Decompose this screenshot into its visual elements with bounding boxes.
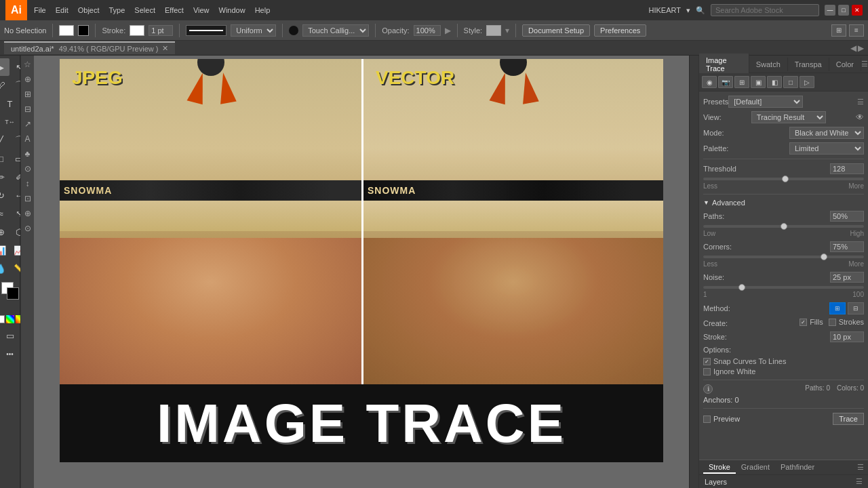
outline-icon[interactable]: □ xyxy=(783,76,798,88)
fills-checkbox[interactable]: ✓ xyxy=(800,319,807,326)
active-document-tab[interactable]: untitled2a.ai* 49.41% ( RGB/GPU Preview … xyxy=(4,41,175,54)
menu-object[interactable]: Object xyxy=(78,6,100,14)
stroke-width-input[interactable] xyxy=(830,331,864,342)
panel-icon-8[interactable]: ⊙ xyxy=(22,163,34,175)
panel-options-btn[interactable]: ☰ xyxy=(857,463,864,472)
menu-effect[interactable]: Effect xyxy=(165,6,184,14)
tab-gradient[interactable]: Gradient xyxy=(736,462,775,474)
close-tab-icon[interactable]: ✕ xyxy=(162,44,168,53)
mode-select[interactable]: Black and White xyxy=(789,127,864,139)
panel-options-icon[interactable]: ☰ xyxy=(861,60,868,68)
stroke-swatch[interactable] xyxy=(78,25,89,36)
type-tool[interactable]: T xyxy=(1,95,19,113)
info-icon[interactable]: ℹ xyxy=(703,384,713,394)
stock-search-input[interactable] xyxy=(711,4,819,16)
document-setup-button[interactable]: Document Setup xyxy=(522,24,590,37)
canvas-vertical-scrollbar[interactable] xyxy=(689,56,698,488)
paths-track[interactable] xyxy=(703,225,864,228)
advanced-section[interactable]: ▼ Advanced xyxy=(703,199,864,207)
stroke-width-input[interactable] xyxy=(149,25,173,36)
stroke-type-dropdown[interactable]: Uniform xyxy=(231,24,276,37)
fill-swatch[interactable] xyxy=(59,25,74,36)
maximize-button[interactable]: □ xyxy=(838,5,849,16)
layers-tab[interactable]: Layers xyxy=(705,478,727,486)
stroke-type-selector[interactable] xyxy=(186,25,226,36)
corners-thumb[interactable] xyxy=(821,253,827,260)
more-tools[interactable]: ••• xyxy=(1,345,19,363)
close-button[interactable]: ✕ xyxy=(852,5,863,16)
rectangle-tool[interactable]: □ xyxy=(0,150,9,167)
menu-window[interactable]: Window xyxy=(219,6,245,14)
menu-edit[interactable]: Edit xyxy=(56,6,68,14)
warp-tool[interactable]: ≈ xyxy=(0,205,9,222)
threshold-input[interactable] xyxy=(830,163,864,174)
column-graph-tool[interactable]: 📊 xyxy=(0,241,9,259)
tab-stroke[interactable]: Stroke xyxy=(703,462,736,474)
method-btn-1[interactable]: ⊞ xyxy=(829,302,846,314)
panel-icon-10[interactable]: ⊡ xyxy=(22,192,34,205)
noise-input[interactable] xyxy=(830,272,864,283)
panel-icon-9[interactable]: ↕ xyxy=(22,178,34,190)
shape-builder-tool[interactable]: ⊕ xyxy=(0,223,9,241)
menu-select[interactable]: Select xyxy=(134,6,155,14)
presets-select[interactable]: [Default] xyxy=(728,96,803,108)
menu-help[interactable]: Help xyxy=(255,6,271,14)
high-color-icon[interactable]: 📷 xyxy=(718,76,733,88)
snap-curves-checkbox[interactable]: ✓ xyxy=(703,358,711,365)
artboard-tool[interactable]: ▭ xyxy=(1,327,19,344)
method-btn-2[interactable]: ⊟ xyxy=(848,302,864,314)
minimize-button[interactable]: — xyxy=(825,5,835,16)
noise-thumb[interactable] xyxy=(738,284,745,291)
touch-type-tool[interactable]: T↔ xyxy=(1,113,19,131)
panel-icon-12[interactable]: ⊙ xyxy=(22,222,34,235)
threshold-thumb[interactable] xyxy=(782,176,789,182)
preferences-button[interactable]: Preferences xyxy=(594,24,646,37)
noise-track[interactable] xyxy=(703,286,864,289)
technical-drawing-icon[interactable]: ▷ xyxy=(800,76,814,88)
tab-image-trace[interactable]: Image Trace xyxy=(699,54,749,75)
low-color-icon[interactable]: ⊞ xyxy=(734,76,749,88)
view-select[interactable]: Tracing Result xyxy=(751,111,826,123)
tab-swatch[interactable]: Swatch xyxy=(749,58,788,71)
color-icon[interactable] xyxy=(6,315,14,323)
strokes-checkbox[interactable] xyxy=(829,319,836,326)
threshold-track[interactable] xyxy=(703,178,864,180)
selection-tool[interactable]: ▶ xyxy=(0,58,9,76)
pen-tool[interactable]: 🖊 xyxy=(0,77,9,94)
panel-icon-7[interactable]: ♣ xyxy=(22,148,34,160)
tab-pathfinder[interactable]: Pathfinder xyxy=(775,462,820,474)
eyedropper-tool[interactable]: 💧 xyxy=(0,260,9,277)
trace-button[interactable]: Trace xyxy=(833,413,864,425)
paintbrush-tool[interactable]: ✏ xyxy=(0,168,9,186)
paths-thumb[interactable] xyxy=(781,223,787,230)
layers-options-icon[interactable]: ☰ xyxy=(856,477,863,486)
tab-transparency[interactable]: Transpa xyxy=(788,58,829,71)
style-swatch[interactable] xyxy=(486,25,501,36)
presets-gear-icon[interactable]: ☰ xyxy=(857,98,864,106)
background-color[interactable] xyxy=(7,287,19,300)
palette-select[interactable]: Limited xyxy=(789,142,864,155)
user-dropdown-icon[interactable]: ▾ xyxy=(686,6,690,15)
line-tool[interactable]: ╱ xyxy=(0,131,9,149)
view-eye-icon[interactable]: 👁 xyxy=(856,113,864,122)
panel-icon-2[interactable]: ⊕ xyxy=(22,73,34,85)
ignore-white-checkbox[interactable] xyxy=(703,368,711,375)
paths-input[interactable] xyxy=(830,211,864,222)
rotate-tool[interactable]: ↻ xyxy=(0,186,9,204)
menu-view[interactable]: View xyxy=(193,6,210,14)
corners-track[interactable] xyxy=(703,256,864,258)
panel-icon-1[interactable]: ☆ xyxy=(22,58,34,70)
canvas-area[interactable]: SNOWMA JPEG xyxy=(34,56,689,488)
panel-icon-4[interactable]: ⊟ xyxy=(22,103,34,115)
menu-type[interactable]: Type xyxy=(109,6,125,14)
preview-checkbox[interactable] xyxy=(703,415,711,423)
corners-input[interactable] xyxy=(830,241,864,252)
align-icon[interactable]: ≡ xyxy=(849,24,864,37)
stroke-color-swatch[interactable] xyxy=(130,25,144,36)
brush-selector[interactable]: Touch Callig... xyxy=(302,24,369,37)
panel-icon-5[interactable]: ↗ xyxy=(22,118,34,130)
panel-icon-11[interactable]: ⊕ xyxy=(22,207,34,220)
none-icon[interactable] xyxy=(0,315,5,323)
panel-icon-6[interactable]: A xyxy=(22,133,34,145)
panel-icon-3[interactable]: ⊞ xyxy=(22,88,34,100)
